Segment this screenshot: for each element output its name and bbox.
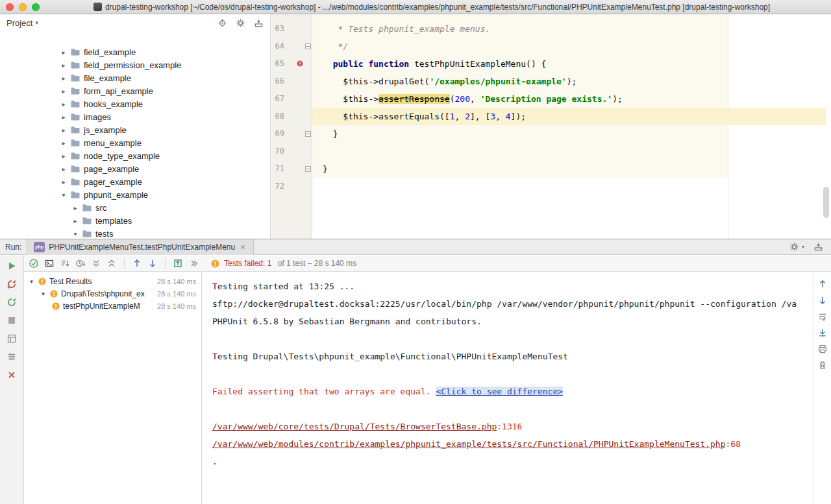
- run-panel-left-toolbar: [0, 256, 24, 504]
- next-failed-test-icon[interactable]: [147, 258, 158, 269]
- project-panel-title[interactable]: Project: [6, 18, 32, 28]
- chevron-right-icon[interactable]: ▸: [60, 75, 67, 82]
- previous-failed-test-icon[interactable]: [132, 258, 142, 269]
- document-proxy-icon: [93, 3, 102, 11]
- sort-alphabetically-icon[interactable]: [60, 258, 70, 269]
- code-line-63[interactable]: * Tests phpunit_example menus.: [312, 20, 831, 38]
- project-tree-item-hooks_example[interactable]: ▸hooks_example: [0, 97, 270, 110]
- test-tree-item[interactable]: testPhpUnitExampleM28 s 140 ms: [24, 300, 201, 312]
- stack-trace-link[interactable]: /var/www/web/core/tests/Drupal/Tests/Bro…: [212, 422, 497, 431]
- project-tree-item-tests[interactable]: ▾tests: [0, 227, 270, 239]
- project-tree-item-file_example[interactable]: ▸file_example: [0, 71, 270, 84]
- console-text: PHPUnit 6.5.8 by Sebastian Bergmann and …: [212, 317, 482, 326]
- chevron-right-icon[interactable]: ▸: [60, 139, 67, 147]
- settings-gear-icon[interactable]: [789, 242, 799, 252]
- fold-marker-icon[interactable]: [305, 166, 311, 172]
- show-passed-icon[interactable]: [29, 258, 39, 269]
- code-line-71[interactable]: }: [312, 160, 831, 178]
- minimize-window-button[interactable]: [19, 3, 27, 11]
- test-results-tree: ▾Test Results28 s 140 ms▾Drupal\Tests\ph…: [24, 272, 202, 504]
- settings-gear-icon[interactable]: [236, 18, 245, 28]
- sort-by-duration-icon[interactable]: [75, 258, 86, 269]
- test-tree-item[interactable]: ▾Drupal\Tests\phpunit_ex28 s 140 ms: [24, 287, 201, 300]
- project-tree-item-pager_example[interactable]: ▸pager_example: [0, 175, 270, 188]
- chevron-right-icon[interactable]: ▸: [60, 178, 67, 186]
- rerun-tests-icon[interactable]: [6, 261, 17, 271]
- folder-name: templates: [95, 216, 132, 226]
- close-tab-icon[interactable]: [239, 243, 247, 251]
- chevron-right-icon[interactable]: ▸: [72, 204, 79, 211]
- show-console-output-icon[interactable]: [44, 258, 55, 269]
- chevron-down-icon[interactable]: ▾: [60, 191, 67, 198]
- clear-all-icon[interactable]: [817, 360, 828, 370]
- code-line-68[interactable]: $this->assertEquals([1, 2], [3, 4]);: [312, 108, 831, 125]
- code-line-67[interactable]: $this->assertResponse(200, 'Description …: [312, 90, 831, 108]
- chevron-right-icon[interactable]: ▸: [72, 217, 79, 224]
- code-line-72[interactable]: [312, 178, 831, 195]
- hide-panel-icon[interactable]: [813, 242, 823, 252]
- collapse-all-icon[interactable]: [106, 258, 117, 269]
- code-line-64[interactable]: */: [312, 38, 831, 55]
- folder-icon: [82, 228, 92, 239]
- run-tab[interactable]: php PHPUnitExampleMenuTest.testPhpUnitEx…: [27, 239, 254, 255]
- project-tree-item-form_api_example[interactable]: ▸form_api_example: [0, 84, 270, 97]
- fold-marker-icon[interactable]: [305, 131, 311, 137]
- chevron-down-icon[interactable]: ▾: [40, 291, 47, 297]
- line-number: 67: [271, 90, 284, 108]
- editor-scrollbar-thumb[interactable]: [823, 187, 829, 218]
- rerun-failed-tests-icon[interactable]: [6, 279, 17, 289]
- hide-panel-icon[interactable]: [254, 18, 264, 28]
- chevron-right-icon[interactable]: ▸: [60, 126, 67, 134]
- down-stack-trace-icon[interactable]: [817, 295, 828, 306]
- chevron-right-icon[interactable]: ▸: [60, 101, 67, 108]
- print-icon[interactable]: [817, 344, 828, 354]
- project-tree-item-field_permission_example[interactable]: ▸field_permission_example: [0, 58, 270, 71]
- project-tree-item-images[interactable]: ▸images: [0, 110, 270, 123]
- toggle-auto-test-icon[interactable]: [6, 297, 17, 307]
- code-editor[interactable]: 63646566676869707172 * Tests phpunit_exa…: [271, 14, 831, 239]
- line-number: 72: [271, 178, 284, 195]
- chevron-right-icon[interactable]: ▸: [60, 152, 67, 160]
- more-icon[interactable]: [188, 258, 199, 269]
- soft-wrap-icon[interactable]: [817, 311, 828, 322]
- chevron-down-icon[interactable]: ▾: [72, 230, 79, 237]
- code-line-66[interactable]: $this->drupalGet('/examples/phpunit-exam…: [312, 73, 831, 90]
- chevron-right-icon[interactable]: ▸: [60, 165, 67, 173]
- project-tree-item-menu_example[interactable]: ▸menu_example: [0, 136, 270, 149]
- restore-layout-icon[interactable]: [6, 333, 17, 344]
- stack-trace-link[interactable]: /var/www/web/modules/contrib/examples/ph…: [212, 439, 726, 449]
- fold-marker-icon[interactable]: [305, 43, 311, 49]
- scroll-to-end-icon[interactable]: [817, 328, 828, 338]
- project-tree-item-templates[interactable]: ▸templates: [0, 214, 270, 227]
- chevron-right-icon[interactable]: ▸: [60, 114, 67, 121]
- chevron-down-icon[interactable]: ▾: [28, 278, 35, 285]
- expand-all-icon[interactable]: [91, 258, 101, 269]
- up-stack-trace-icon[interactable]: [817, 279, 828, 289]
- test-tree-item[interactable]: ▾Test Results28 s 140 ms: [24, 275, 201, 287]
- project-tree-item-field_example[interactable]: ▸field_example: [0, 45, 270, 58]
- tests-summary-text: of 1 test – 28 s 140 ms: [275, 259, 356, 268]
- chevron-right-icon[interactable]: ▸: [60, 62, 67, 69]
- run-panel-label: Run:: [0, 243, 27, 252]
- project-tree-item-node_type_example[interactable]: ▸node_type_example: [0, 149, 270, 162]
- code-line-70[interactable]: [312, 143, 831, 160]
- stop-icon[interactable]: [6, 315, 17, 326]
- chevron-down-icon[interactable]: ▾: [35, 19, 38, 26]
- project-tree-item-page_example[interactable]: ▸page_example: [0, 162, 270, 175]
- scroll-from-source-icon[interactable]: [217, 18, 227, 28]
- close-window-button[interactable]: [6, 3, 14, 11]
- project-tree-item-phpunit_example[interactable]: ▾phpunit_example: [0, 188, 270, 201]
- close-icon[interactable]: [6, 370, 17, 380]
- test-failed-icon[interactable]: [296, 60, 304, 67]
- export-test-results-icon[interactable]: [173, 258, 183, 269]
- code-line-65[interactable]: public function testPhpUnitExampleMenu()…: [312, 55, 831, 73]
- chevron-right-icon[interactable]: ▸: [60, 88, 67, 95]
- window-title: drupal-testing-workshop [~/Code/os/drupa…: [105, 3, 770, 12]
- chevron-right-icon[interactable]: ▸: [60, 49, 67, 56]
- folder-icon: [70, 73, 81, 83]
- test-history-icon[interactable]: [6, 352, 17, 362]
- see-difference-link[interactable]: <Click to see difference>: [436, 387, 563, 396]
- project-tree-item-js_example[interactable]: ▸js_example: [0, 123, 270, 136]
- code-line-69[interactable]: }: [312, 125, 831, 143]
- project-tree-item-src[interactable]: ▸src: [0, 201, 270, 214]
